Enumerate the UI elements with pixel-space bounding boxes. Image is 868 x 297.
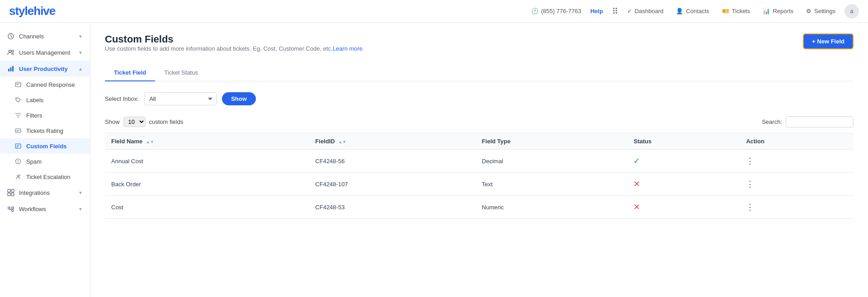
inbox-select[interactable]: All (144, 92, 217, 105)
chevron-down-icon: ▼ (78, 207, 83, 212)
app-layout: Channels ▼ Users Management ▼ User Produ… (0, 23, 868, 297)
cell-action[interactable]: ⋮ (740, 150, 854, 173)
avatar[interactable]: a (844, 4, 859, 19)
contacts-icon: 👤 (676, 8, 683, 14)
reports-icon: 📊 (763, 8, 770, 14)
custom-fields-label: Custom Fields (26, 143, 67, 150)
sidebar-item-channels[interactable]: Channels ▼ (0, 28, 90, 44)
tab-ticket-field-label: Ticket Field (114, 69, 146, 76)
svg-point-7 (17, 99, 18, 99)
cell-field-name: Annual Cost (105, 150, 309, 173)
chevron-down-icon: ▼ (78, 190, 83, 195)
cell-field-name: Cost (105, 196, 309, 219)
grid-icon[interactable]: ⠿ (612, 6, 618, 16)
tabs: Ticket Field Ticket Status (105, 65, 854, 81)
sidebar-item-users-management[interactable]: Users Management ▼ (0, 44, 90, 61)
nav-settings[interactable]: ⚙ Settings (806, 8, 835, 14)
cell-status: ✓ (627, 150, 740, 173)
cell-action[interactable]: ⋮ (740, 173, 854, 196)
sidebar-child-canned-response[interactable]: Canned Response (0, 77, 90, 92)
nav-reports-label: Reports (773, 8, 793, 14)
sidebar-item-channels-left: Channels (7, 33, 44, 40)
nav-items: ✓ Dashboard 👤 Contacts 🎫 Tickets 📊 Repor… (627, 8, 835, 14)
logo-text1: style (9, 4, 33, 18)
sidebar-child-labels[interactable]: Labels (0, 92, 90, 108)
sidebar-productivity-children: Canned Response Labels Filters Tickets R… (0, 77, 90, 184)
sort-field-id-icon: ▲▼ (338, 140, 346, 144)
integrations-icon (7, 189, 14, 196)
svg-rect-4 (10, 67, 12, 71)
logo-text2: hive (33, 4, 55, 18)
cell-status: ✕ (627, 196, 740, 219)
cell-field-type: Text (476, 173, 627, 196)
tickets-rating-label: Tickets Rating (26, 127, 63, 134)
status-inactive-icon: ✕ (633, 203, 640, 212)
tickets-icon: 🎫 (722, 8, 729, 14)
avatar-initial: a (850, 8, 854, 14)
sidebar-item-integrations[interactable]: Integrations ▼ (0, 184, 90, 201)
phone-info: 🕐 (855) 776-7763 (531, 8, 581, 14)
learn-more-link[interactable]: Learn more (333, 45, 363, 52)
sidebar-child-tickets-rating[interactable]: Tickets Rating (0, 123, 90, 138)
help-link[interactable]: Help (590, 8, 603, 14)
svg-rect-12 (8, 189, 10, 192)
action-menu-icon[interactable]: ⋮ (746, 179, 755, 189)
filters-label: Filters (26, 112, 42, 119)
spam-icon (14, 158, 22, 165)
cell-field-id: CF4248-53 (309, 196, 476, 219)
filter-row: Select Inbox: All Show (105, 92, 854, 105)
nav-contacts[interactable]: 👤 Contacts (676, 8, 709, 14)
chevron-down-icon: ▼ (78, 34, 83, 39)
action-menu-icon[interactable]: ⋮ (746, 203, 755, 212)
filters-icon (14, 112, 22, 119)
cell-action[interactable]: ⋮ (740, 196, 854, 219)
nav-dashboard[interactable]: ✓ Dashboard (627, 8, 664, 14)
show-button[interactable]: Show (222, 92, 256, 105)
search-input[interactable] (786, 116, 854, 127)
search-label: Search: (762, 118, 782, 125)
sidebar-users-label: Users Management (19, 49, 70, 56)
sort-field-name-icon: ▲▼ (146, 140, 154, 144)
th-field-name[interactable]: Field Name ▲▼ (105, 133, 309, 150)
sidebar-item-workflows[interactable]: Workflows ▼ (0, 201, 90, 217)
custom-fields-table: Field Name ▲▼ FieldID ▲▼ Field Type Stat… (105, 133, 854, 219)
sidebar-child-ticket-escalation[interactable]: Ticket Escalation (0, 169, 90, 184)
main-content: Custom Fields Use custom fields to add m… (90, 23, 868, 297)
table-row: Back Order CF4248-107 Text ✕ ⋮ (105, 173, 854, 196)
cell-field-type: Decimal (476, 150, 627, 173)
svg-rect-3 (8, 69, 9, 71)
topbar: stylehive 🕐 (855) 776-7763 Help ⠿ ✓ Dash… (0, 0, 868, 23)
svg-rect-5 (12, 66, 14, 71)
page-header-left: Custom Fields Use custom fields to add m… (105, 33, 363, 61)
th-field-type: Field Type (476, 133, 627, 150)
canned-response-icon (14, 81, 22, 88)
canned-response-label: Canned Response (26, 81, 75, 88)
tab-ticket-status[interactable]: Ticket Status (155, 65, 207, 81)
sidebar-channels-label: Channels (19, 33, 44, 40)
page-header: Custom Fields Use custom fields to add m… (105, 33, 854, 61)
phone-number: (855) 776-7763 (541, 8, 581, 14)
sidebar: Channels ▼ Users Management ▼ User Produ… (0, 23, 90, 297)
sidebar-child-custom-fields[interactable]: Custom Fields (0, 138, 90, 154)
new-field-button[interactable]: + New Field (803, 33, 854, 49)
page-title: Custom Fields (105, 33, 363, 45)
entries-select[interactable]: 10 25 50 (123, 117, 146, 127)
tab-ticket-field[interactable]: Ticket Field (105, 65, 155, 81)
action-menu-icon[interactable]: ⋮ (746, 156, 755, 165)
nav-reports[interactable]: 📊 Reports (763, 8, 793, 14)
th-field-id-label: FieldID (315, 138, 335, 145)
svg-point-11 (17, 175, 19, 177)
tab-ticket-status-label: Ticket Status (164, 69, 198, 76)
sidebar-item-user-productivity[interactable]: User Productivity ▲ (0, 61, 90, 77)
sidebar-child-spam[interactable]: Spam (0, 154, 90, 169)
labels-icon (14, 96, 22, 104)
chevron-up-icon: ▲ (78, 66, 83, 71)
sidebar-productivity-label: User Productivity (19, 66, 68, 72)
th-field-id[interactable]: FieldID ▲▼ (309, 133, 476, 150)
ticket-escalation-label: Ticket Escalation (26, 174, 71, 180)
topbar-right: 🕐 (855) 776-7763 Help ⠿ ✓ Dashboard 👤 Co… (531, 4, 859, 19)
sidebar-child-filters[interactable]: Filters (0, 108, 90, 123)
nav-tickets[interactable]: 🎫 Tickets (722, 8, 750, 14)
ticket-escalation-icon (14, 173, 22, 180)
nav-contacts-label: Contacts (686, 8, 709, 14)
